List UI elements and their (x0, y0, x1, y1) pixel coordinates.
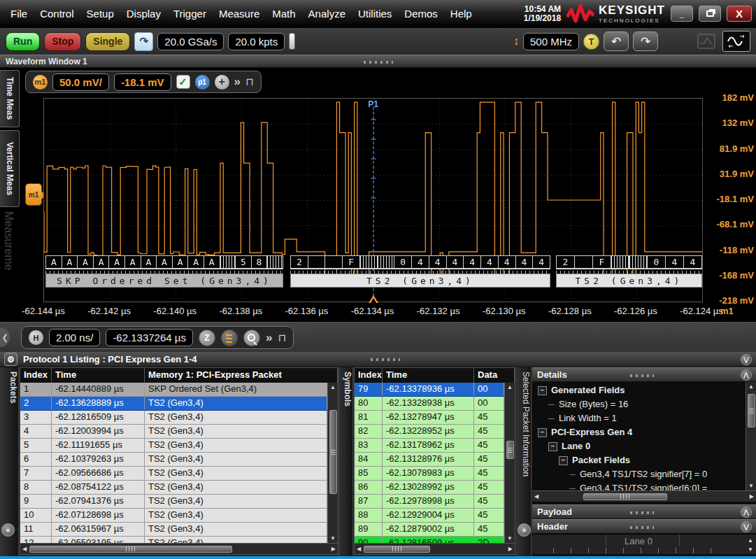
table-row[interactable]: 6 -62.10379263 µs TS2 (Gen3,4) (20, 453, 327, 467)
memory-depth-field[interactable]: 20.0 kpts (228, 33, 285, 50)
scroll-thumb[interactable] (329, 410, 337, 494)
scroll-thumb[interactable] (506, 441, 514, 459)
trigger-time-marker[interactable] (369, 295, 378, 303)
vertical-scale-field[interactable]: 50.0 mV/ (52, 73, 109, 91)
table-row[interactable]: 9 -62.07941376 µs TS2 (Gen3,4) (20, 495, 327, 509)
packet-hscrollbar[interactable]: ◀ ▶ (20, 543, 338, 554)
details-vscrollbar[interactable]: ▲ ▼ (746, 382, 756, 490)
scope-display-icon[interactable] (694, 31, 718, 51)
menu-item[interactable]: Analyze (302, 5, 352, 22)
trigger-badge[interactable]: T (583, 34, 599, 50)
run-button[interactable]: Run (6, 32, 40, 51)
expand-payload-button[interactable]: ⋀ (741, 507, 752, 518)
scroll-down-icon[interactable]: ▼ (507, 534, 513, 543)
bandwidth-field[interactable]: 500 MHz (523, 33, 579, 50)
expand-left-button[interactable]: « (1, 523, 15, 537)
tree-item[interactable]: PCI-Express Gen 4 (532, 425, 756, 439)
lane-scrollbar[interactable]: ▲ ▼ (745, 535, 756, 555)
details-grip[interactable] (630, 374, 654, 377)
scroll-up-icon[interactable]: ▲ (748, 536, 753, 545)
add-marker-button[interactable]: + (215, 75, 229, 90)
payload-grip[interactable] (630, 511, 654, 514)
tree-item[interactable]: Size (Bytes) = 16 (532, 397, 756, 411)
header-data[interactable]: Data (474, 368, 515, 383)
scroll-thumb[interactable] (29, 546, 232, 553)
close-button[interactable]: X (727, 6, 752, 22)
table-row[interactable]: 85 -62.13078983 µs 45 (355, 467, 504, 481)
titlebar-grip[interactable] (364, 61, 393, 64)
search-events-icon[interactable] (221, 330, 238, 346)
scroll-up-icon[interactable]: ▲ (748, 382, 754, 391)
m1-ground-marker[interactable]: m1 (25, 183, 42, 206)
menu-item[interactable]: Setup (80, 5, 120, 22)
protocol-header[interactable]: ⚙ Protocol 1 Listing : PCI Express Gen 1… (0, 352, 756, 367)
collapse-protocol-button[interactable]: ⋁ (741, 354, 752, 365)
menu-item[interactable]: File (4, 5, 34, 22)
table-row[interactable]: 87 -62.12978998 µs 45 (355, 495, 504, 509)
single-button[interactable]: Single (85, 32, 130, 51)
expand-header-button[interactable]: ⋁ (741, 521, 752, 532)
table-row[interactable]: 83 -62.13178962 µs 45 (355, 439, 504, 453)
tree-item[interactable]: Link Width = 1 (532, 411, 756, 425)
menu-item[interactable]: Math (266, 5, 301, 22)
tree-item[interactable]: Gen3,4 TS1/TS2 signifier[7] = 0 (532, 467, 756, 481)
tab-time-meas[interactable]: Time Meas (0, 70, 20, 127)
table-row[interactable]: 7 -62.09566686 µs TS2 (Gen3,4) (20, 467, 327, 481)
protocol-grip[interactable] (371, 358, 400, 361)
scroll-down-icon[interactable]: ▼ (748, 545, 753, 554)
table-row[interactable]: 79 -62.13378936 µs 00 (355, 383, 504, 397)
details-hscrollbar[interactable]: ◀ ▶ (532, 490, 756, 502)
header-time[interactable]: Time (52, 368, 145, 383)
zoom-window-icon[interactable] (243, 330, 260, 346)
table-row[interactable]: 3 -62.12816509 µs TS2 (Gen3,4) (20, 411, 327, 425)
tree-item[interactable]: Gen3,4 TS1/TS2 signifier[6:0] = (532, 481, 756, 490)
touch-toggle-icon[interactable]: ↷ (134, 32, 153, 51)
table-row[interactable]: 88 -62.12929004 µs 45 (355, 509, 504, 523)
scroll-left-icon[interactable]: ◀ (534, 492, 539, 501)
scroll-up-icon[interactable]: ▲ (507, 383, 513, 392)
tab-vertical-meas[interactable]: Vertical Meas (0, 130, 20, 207)
tree-item[interactable]: Generated Fields (532, 383, 756, 397)
m1-channel-badge[interactable]: m1 (33, 75, 48, 90)
table-row[interactable]: 2 -62.13628889 µs TS2 (Gen3,4) (20, 397, 327, 411)
menu-item[interactable]: Measure (213, 5, 266, 22)
scroll-up-icon[interactable]: ▲ (330, 383, 336, 392)
restore-button[interactable] (699, 6, 721, 22)
decode-group-ts2-2[interactable]: 2F044 TS2 (Gen3,4) (556, 255, 702, 288)
header-bar[interactable]: Header ⋁ (532, 519, 756, 534)
table-row[interactable]: 89 -62.12879002 µs 45 (355, 523, 504, 537)
table-row[interactable]: 10 -62.07128698 µs TS2 (Gen3,4) (20, 509, 327, 523)
waveform-tool-icon[interactable] (722, 31, 750, 52)
decode-group-ts2-1[interactable]: 2F044444444 TS2 (Gen3,4) (290, 255, 550, 288)
header-index[interactable]: Index (20, 368, 52, 383)
symbol-hscrollbar[interactable]: ◀ ▶ (355, 543, 515, 554)
menu-item[interactable]: Help (444, 5, 478, 22)
scroll-right-icon[interactable]: ▶ (750, 492, 754, 501)
table-row[interactable]: 8 -62.08754122 µs TS2 (Gen3,4) (20, 481, 327, 495)
gear-icon[interactable]: ⚙ (4, 353, 17, 366)
scroll-thumb[interactable] (364, 546, 430, 553)
p1-cursor-label[interactable]: P1 (368, 99, 378, 109)
horizontal-badge[interactable]: H (29, 330, 43, 345)
menu-item[interactable]: Demos (398, 5, 444, 22)
minimize-button[interactable]: _ (671, 6, 693, 22)
stop-button[interactable]: Stop (44, 32, 81, 51)
decode-group-skp[interactable]: AAAAAAAAAAA58 SKP Ordered Set (Gen3,4) (45, 255, 283, 288)
table-row[interactable]: 82 -62.13228952 µs 45 (355, 425, 504, 439)
table-row[interactable]: 81 -62.13278947 µs 45 (355, 411, 504, 425)
details-titlebar[interactable]: Details ⋀ (532, 367, 756, 382)
table-row[interactable]: 4 -62.12003994 µs TS2 (Gen3,4) (20, 425, 327, 439)
symbol-vscrollbar[interactable]: ▲ ▼ (504, 383, 515, 543)
more-chevron-icon[interactable]: » (234, 75, 241, 89)
header-memory[interactable]: Memory 1: PCI-Express Packet (145, 368, 338, 383)
sample-rate-field[interactable]: 20.0 GSa/s (157, 33, 224, 50)
table-row[interactable]: 84 -62.13128976 µs 45 (355, 453, 504, 467)
table-row[interactable]: 80 -62.13328938 µs 00 (355, 397, 504, 411)
pin-icon[interactable]: ⊓ (245, 76, 254, 88)
scroll-down-icon[interactable]: ▼ (748, 481, 754, 490)
more-chevron-icon[interactable]: » (266, 331, 272, 345)
table-row[interactable]: 11 -62.06315967 µs TS2 (Gen3,4) (20, 523, 327, 537)
table-row[interactable]: 86 -62.13028992 µs 45 (355, 481, 504, 495)
menu-item[interactable]: Display (120, 5, 167, 22)
collapse-handle[interactable]: ❮ (0, 327, 10, 347)
